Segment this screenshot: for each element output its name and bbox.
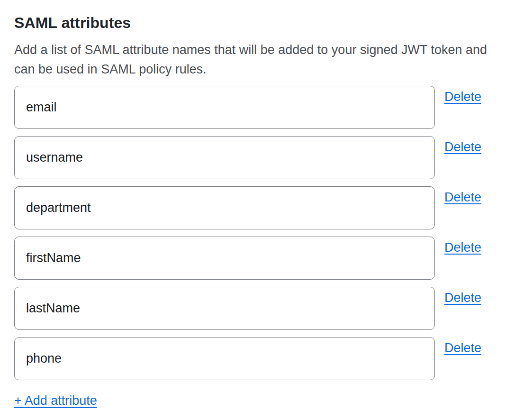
attribute-row: Delete (14, 136, 491, 179)
delete-attribute-link[interactable]: Delete (444, 291, 481, 305)
saml-attributes-section: SAML attributes Add a list of SAML attri… (0, 0, 505, 408)
delete-attribute-link[interactable]: Delete (444, 90, 481, 104)
attribute-name-input[interactable] (14, 86, 435, 129)
attribute-name-input[interactable] (14, 237, 435, 280)
delete-attribute-link[interactable]: Delete (444, 240, 481, 255)
section-description: Add a list of SAML attribute names that … (14, 40, 488, 79)
attribute-row: Delete (14, 86, 491, 129)
attribute-row: Delete (14, 287, 491, 330)
delete-attribute-link[interactable]: Delete (444, 190, 481, 205)
delete-attribute-link[interactable]: Delete (444, 140, 481, 155)
attribute-row: Delete (14, 337, 491, 380)
attribute-name-input[interactable] (14, 337, 435, 380)
attribute-row: Delete (14, 186, 491, 229)
attribute-name-input[interactable] (14, 287, 435, 330)
add-attribute-link[interactable]: + Add attribute (14, 393, 97, 408)
attribute-list: Delete Delete Delete Delete Delete Delet… (14, 86, 491, 380)
delete-attribute-link[interactable]: Delete (444, 341, 481, 356)
attribute-row: Delete (14, 237, 491, 280)
attribute-name-input[interactable] (14, 136, 435, 179)
section-title: SAML attributes (14, 14, 491, 32)
attribute-name-input[interactable] (14, 186, 435, 229)
